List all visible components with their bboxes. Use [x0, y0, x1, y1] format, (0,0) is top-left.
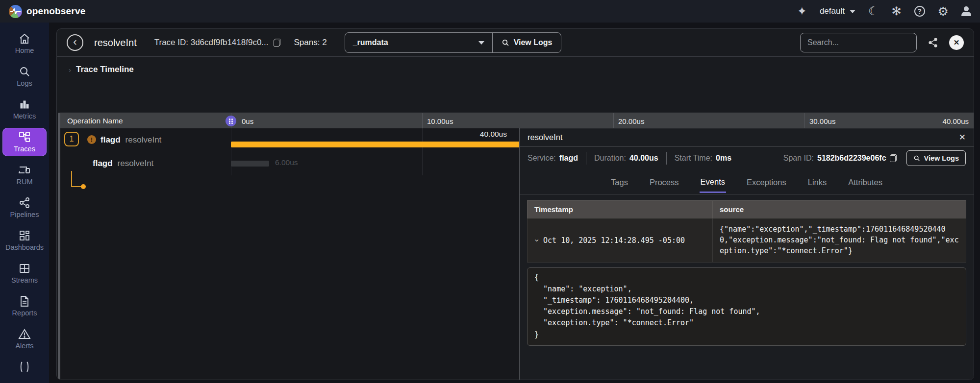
search-input[interactable] — [800, 33, 917, 52]
sidebar-item-alerts[interactable]: Alerts — [2, 325, 47, 353]
events-table: Timestamp source ›Oct 10, 2025 12:14:28.… — [527, 200, 966, 263]
chevron-down-icon — [478, 41, 484, 45]
tab-attributes[interactable]: Attributes — [847, 171, 883, 192]
collapse-chevron-icon[interactable]: › — [69, 66, 71, 74]
timeline-axis-header: Operation Name 0us 10.00us 20.00us 30.00… — [60, 113, 974, 128]
tab-exceptions[interactable]: Exceptions — [746, 171, 787, 192]
event-timestamp-cell: ›Oct 10, 2025 12:14:28.495 -05:00 — [528, 218, 713, 263]
streams-icon — [19, 263, 30, 274]
vertical-scrollbar[interactable] — [58, 113, 60, 380]
settings-gear-icon[interactable]: ⚙ — [938, 5, 949, 18]
stream-select-value: _rumdata — [353, 38, 388, 47]
span-bar[interactable] — [231, 161, 269, 167]
stream-select[interactable]: _rumdata — [345, 33, 492, 52]
ai-sparkle-icon[interactable]: ✦ — [797, 5, 807, 17]
sidebar-item-pipelines[interactable]: Pipelines — [2, 193, 47, 222]
copy-trace-id-icon[interactable] — [274, 39, 280, 47]
sidebar-item-functions[interactable] — [2, 358, 47, 376]
org-selector[interactable]: default — [820, 6, 855, 16]
trace-timeline-title: Trace Timeline — [76, 65, 134, 74]
service-label: Service: — [528, 154, 556, 163]
sidebar-item-rum[interactable]: RUM — [2, 161, 47, 189]
span-id-value: 5182b6d2239e06fc — [817, 154, 886, 163]
gridline — [804, 113, 805, 128]
events-col-source[interactable]: source — [713, 201, 966, 218]
span-view-logs-label: View Logs — [924, 154, 959, 162]
sidebar-item-label: Alerts — [15, 342, 33, 350]
event-json-text: { "name": "exception", "_timestamp": 176… — [534, 272, 959, 340]
traces-icon — [19, 131, 30, 143]
slack-icon[interactable]: ✻ — [891, 5, 901, 17]
span-service: flagd — [93, 159, 113, 168]
trace-timeline-section: › Trace Timeline — [57, 57, 974, 82]
timeline-waterfall: Operation Name 0us 10.00us 20.00us 30.00… — [57, 113, 974, 380]
divider — [586, 152, 586, 165]
trace-id-text: Trace ID: 3d6cdf9fb1418f9c0... — [154, 38, 269, 48]
user-profile-icon[interactable] — [961, 6, 971, 16]
events-col-timestamp[interactable]: Timestamp — [528, 201, 713, 218]
event-row[interactable]: ›Oct 10, 2025 12:14:28.495 -05:00 {"name… — [528, 218, 966, 263]
brand-logo[interactable]: openobserve — [9, 5, 85, 18]
sidebar-item-logs[interactable]: Logs — [2, 62, 47, 91]
sidebar-item-label: Reports — [12, 309, 37, 317]
close-panel-icon[interactable]: ✕ — [959, 132, 966, 143]
metrics-bars-icon — [19, 98, 30, 110]
brand-name: openobserve — [26, 6, 85, 17]
child-count-badge[interactable]: 1 — [64, 132, 79, 146]
span-service: flagd — [101, 135, 121, 145]
gridline — [613, 113, 614, 128]
sidebar-item-label: RUM — [16, 178, 32, 186]
column-resize-handle[interactable] — [226, 116, 236, 126]
start-time-value: 0ms — [716, 154, 731, 163]
sidebar-item-traces[interactable]: Traces — [2, 128, 47, 156]
rum-devices-icon — [18, 164, 31, 176]
detail-tabs: Tags Process Events Exceptions Links Att… — [520, 169, 974, 194]
span-duration-label: 40.00us — [480, 130, 507, 139]
axis-tick: 0us — [242, 113, 253, 129]
sidebar-item-metrics[interactable]: Metrics — [2, 95, 47, 123]
dashboards-icon — [19, 230, 30, 241]
close-trace-icon[interactable]: ✕ — [949, 35, 964, 50]
tree-node-dot — [81, 184, 86, 189]
event-timestamp: Oct 10, 2025 12:14:28.495 -05:00 — [543, 236, 685, 245]
span-id-label: Span ID: — [783, 154, 814, 163]
back-button[interactable]: ‹ — [67, 34, 83, 51]
tree-connector — [71, 186, 82, 187]
top-bar: openobserve ✦ default ☾ ✻ ? ⚙ — [0, 0, 980, 23]
sidebar-item-streams[interactable]: Streams — [2, 259, 47, 287]
logs-search-icon — [19, 66, 30, 77]
span-operation: resolveInt — [118, 159, 154, 168]
view-logs-button[interactable]: View Logs — [492, 33, 561, 52]
tab-events[interactable]: Events — [700, 171, 726, 193]
sidebar-item-label: Metrics — [13, 112, 36, 120]
span-meta-row: Service:flagd Duration:40.00us Start Tim… — [520, 147, 974, 169]
expand-chevron-icon[interactable]: › — [532, 238, 541, 242]
help-icon[interactable]: ? — [914, 6, 925, 17]
sidebar-item-dashboards[interactable]: Dashboards — [2, 226, 47, 255]
openobserve-logo-icon — [9, 5, 22, 18]
span-detail-panel: resolveInt ✕ Service:flagd Duration:40.0… — [519, 128, 974, 380]
tab-process[interactable]: Process — [649, 171, 680, 192]
alerts-icon — [18, 328, 31, 340]
sidebar-item-home[interactable]: Home — [2, 29, 47, 58]
search-icon — [913, 155, 920, 162]
sidebar-item-reports[interactable]: Reports — [2, 292, 47, 320]
span-detail-header: resolveInt ✕ — [520, 128, 974, 147]
duration-label: Duration: — [594, 154, 626, 163]
tab-tags[interactable]: Tags — [610, 171, 629, 192]
functions-icon — [19, 361, 30, 373]
copy-span-id-icon[interactable] — [890, 154, 897, 162]
duration-value: 40.00us — [629, 154, 658, 163]
start-time-label: Start Time: — [675, 154, 712, 163]
tab-links[interactable]: Links — [807, 171, 828, 192]
span-operation: resolveInt — [126, 135, 162, 145]
span-duration-label: 6.00us — [275, 158, 298, 167]
sidebar-item-label: Logs — [17, 79, 32, 87]
trace-detail-card: ‹ resolveInt Trace ID: 3d6cdf9fb1418f9c0… — [56, 28, 974, 380]
span-view-logs-button[interactable]: View Logs — [906, 150, 966, 166]
service-value: flagd — [559, 154, 578, 163]
share-icon[interactable] — [928, 37, 938, 48]
axis-tick: 20.00us — [618, 113, 644, 129]
dark-mode-icon[interactable]: ☾ — [868, 5, 879, 17]
operation-name-header: Operation Name — [67, 113, 123, 129]
